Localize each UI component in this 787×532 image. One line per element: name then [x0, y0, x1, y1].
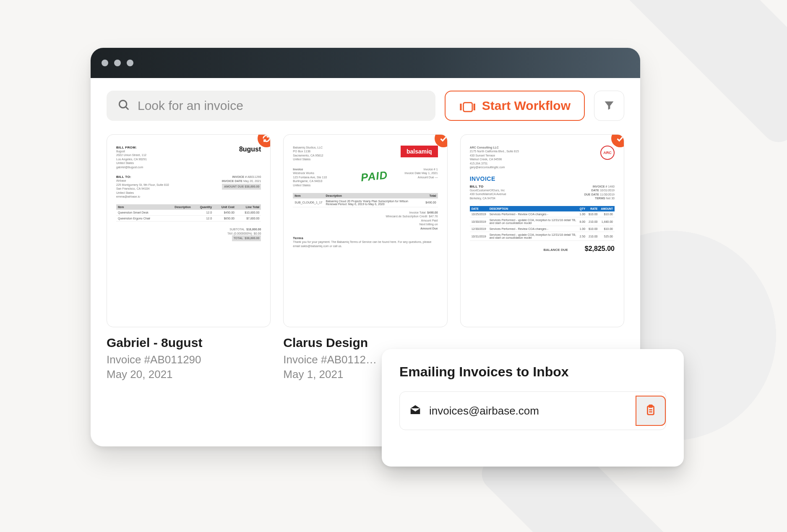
bill-from-label: BILL FROM:	[116, 146, 147, 149]
td: $490.00	[424, 198, 438, 207]
text: Walnut Creek, CA 94596	[470, 157, 519, 161]
text: DATE	[591, 189, 599, 192]
text: 1460	[608, 185, 615, 188]
td: 8.00	[578, 217, 587, 226]
td: $10.00	[587, 211, 599, 217]
invoice-title: Clarus Design	[283, 336, 447, 350]
email-card-heading: Emailing Invoices to Inbox	[399, 364, 666, 380]
text: Airbase	[116, 179, 169, 183]
td: Services Performed - update COA, incepti…	[488, 232, 578, 241]
copy-email-button[interactable]	[636, 396, 666, 426]
search-icon	[117, 99, 130, 113]
search-field[interactable]	[107, 91, 435, 121]
svg-line-1	[126, 107, 128, 110]
text: 1	[436, 168, 438, 171]
text: 10/31/2019	[600, 189, 615, 192]
text: 8ugust	[116, 149, 147, 153]
email-inbox-card: Emailing Invoices to Inbox invoices@airb…	[382, 349, 684, 467]
line-items-table: ItemDescriptionTotal SUB_CLOUD6_1_17Bals…	[293, 193, 438, 207]
text: May 1, 2021	[422, 172, 438, 175]
invoice-thumbnail: ARC Consulting LLC 2175 North California…	[460, 134, 624, 327]
window-titlebar	[91, 48, 640, 78]
td: 12.0	[193, 210, 214, 216]
text: Amount Paid	[421, 219, 438, 222]
text: Invoice #	[424, 168, 435, 171]
text: United States	[293, 157, 323, 161]
funnel-icon	[603, 99, 615, 112]
invoice-grid: BILL FROM: 8ugust 2022 Union Street, 112…	[91, 129, 640, 381]
text: United States	[293, 183, 327, 187]
td: Services Performed - Review COA changes …	[488, 226, 578, 232]
text: $0.00	[254, 232, 261, 235]
text: TAX (0.0000000%)	[227, 232, 252, 235]
invoice-thumbnail: Balsamiq Studios, LLC PO Box 1138 Sacram…	[283, 134, 447, 327]
text: Net 30	[606, 197, 615, 200]
text: INVOICE DATE	[222, 180, 242, 183]
brand-logo-text: 8ugust	[239, 146, 261, 153]
text: $47.76	[429, 215, 438, 218]
th: Unit Cost	[214, 204, 236, 210]
clipboard-icon	[644, 404, 657, 418]
text: emma@airbase.io	[116, 195, 169, 198]
text: May 20, 2021	[243, 180, 261, 183]
line-items-table: ItemDescriptionQuantityUnit CostLine Tot…	[116, 204, 261, 222]
text: United States	[116, 191, 169, 195]
td: 1.00	[578, 226, 587, 232]
text: —	[435, 176, 438, 179]
invoice-title: Gabriel - 8ugust	[107, 336, 271, 350]
td: $10.00	[599, 226, 615, 232]
text: Invoice Date	[404, 172, 421, 175]
th: DESCRIPTION	[488, 206, 578, 211]
invoice-date: May 20, 2021	[107, 368, 271, 381]
th: Description	[166, 204, 193, 210]
text: 415.264.3751	[470, 162, 519, 165]
th: Item	[293, 193, 324, 198]
balance-value: $2,825.00	[585, 245, 615, 252]
traffic-light-dot	[102, 60, 108, 66]
terms-text: Thank you for your payment. The Balsamiq…	[293, 240, 438, 248]
search-input[interactable]	[138, 99, 425, 113]
text: 430 SomeMainstCA Avenue	[470, 192, 506, 196]
text: $18,600.00	[246, 228, 261, 231]
text: Invoice Total	[409, 211, 426, 214]
text: 11/30/2019	[600, 193, 615, 196]
th: Line Total	[236, 204, 261, 210]
text: ARC Consulting LLC	[470, 146, 519, 149]
paid-stamp: PAID	[360, 168, 388, 184]
workflow-label: Start Workflow	[482, 99, 571, 113]
text: SUBTOTAL	[229, 228, 245, 231]
text: DUE DATE	[584, 193, 599, 196]
td: 1,680.00	[599, 217, 615, 226]
td: SUB_CLOUD6_1_17	[293, 198, 324, 207]
th: Description	[324, 193, 417, 198]
mail-open-icon	[409, 404, 422, 418]
td: 12/30/2019	[470, 226, 488, 232]
bill-to-label: BILL TO	[470, 185, 506, 188]
invoice-card[interactable]: BILL FROM: 8ugust 2022 Union Street, 112…	[107, 134, 271, 381]
terms-label: Terms	[293, 236, 438, 240]
start-workflow-button[interactable]: ı▢ı Start Workflow	[445, 91, 585, 121]
text: 123 Fontana Ave, Ste 110	[293, 175, 327, 179]
td: $7,800.00	[236, 216, 261, 222]
td: 10/30/2019	[470, 217, 488, 226]
text: Berkeley, CA 94704	[470, 196, 506, 200]
invoice-card[interactable]: ARC Consulting LLC 2175 North California…	[460, 134, 624, 381]
td: 525.00	[599, 232, 615, 241]
toolbar: ı▢ı Start Workflow	[91, 78, 640, 129]
text: Westrock Works	[293, 171, 327, 175]
th: QTY	[578, 206, 587, 211]
text: INVOICE #	[593, 185, 607, 188]
filter-button[interactable]	[594, 91, 624, 121]
td: Queenston Smart Desk	[116, 210, 166, 216]
arc-logo: ARC	[600, 146, 615, 160]
td: $10.00	[587, 226, 599, 232]
td: 10/25/2019	[470, 211, 488, 217]
text: San Francisco, CA 94104	[116, 187, 169, 190]
text: Next billing on	[420, 223, 438, 226]
text: AMOUNT DUE	[224, 185, 244, 188]
td: 10/31/2019	[470, 232, 488, 241]
text: TOTAL	[234, 237, 243, 240]
email-address: invoices@airbase.com	[429, 404, 625, 417]
text: Los Angeles, CA 90291	[116, 157, 147, 161]
invoice-card[interactable]: Balsamiq Studios, LLC PO Box 1138 Sacram…	[283, 134, 447, 381]
